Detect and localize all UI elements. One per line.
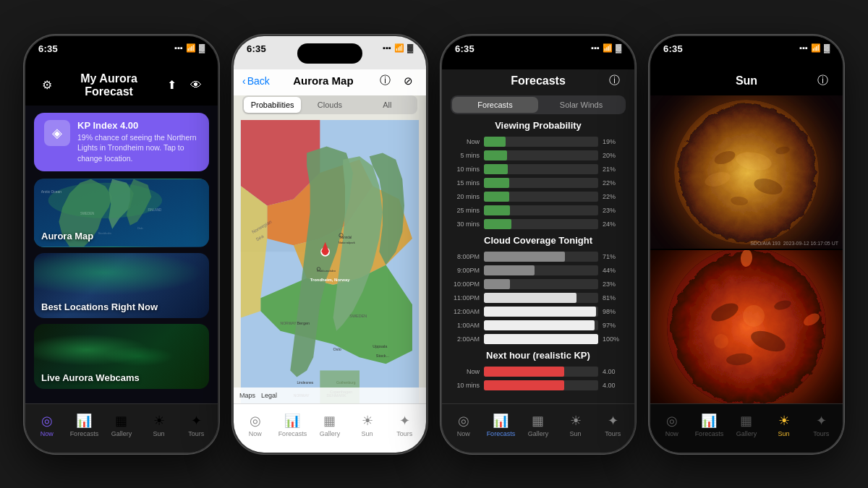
cc-row-6: 2:00AM 100%	[451, 334, 626, 344]
back-label: Back	[247, 75, 270, 87]
seg-clouds[interactable]: Clouds	[301, 97, 358, 113]
info-button-4[interactable]: ⓘ	[814, 72, 831, 90]
nav-forecasts-2[interactable]: 📊 Forecasts	[274, 413, 312, 437]
aurora-map-card[interactable]: Arctic Ocean FINLAND SWEDEN Oslo Stockho…	[34, 179, 209, 247]
kp-card[interactable]: ◈ KP Index 4.00 19% chance of seeing the…	[34, 113, 209, 171]
nav-now-2[interactable]: ◎ Now	[237, 413, 274, 437]
nav-now-3[interactable]: ◎ Now	[445, 413, 482, 437]
vp-row-4: 20 mins 22%	[451, 192, 626, 202]
nav-gallery-3[interactable]: ▦ Gallery	[519, 413, 557, 437]
share-icon[interactable]: ⬆	[161, 75, 182, 95]
seg-solar-winds[interactable]: Solar Winds	[538, 97, 624, 113]
nav-gallery-4[interactable]: ▦ Gallery	[728, 413, 765, 437]
svg-text:Uppsala: Uppsala	[373, 343, 388, 348]
signal-icon-4: ▪▪▪	[799, 43, 808, 52]
svg-text:FINLAND: FINLAND	[148, 208, 161, 212]
sun-icon-1: ☀	[151, 413, 167, 429]
info-button-3[interactable]: ⓘ	[605, 72, 623, 90]
vp-track-4	[484, 192, 598, 202]
svg-text:Nationalpark: Nationalpark	[339, 241, 356, 244]
aurora-map-view[interactable]: Trondheim, Norway Bergen Oslo Uppsala St…	[234, 120, 426, 403]
nav-tours-4[interactable]: ✦ Tours	[802, 413, 840, 437]
kp-val-1: 4.00	[603, 382, 626, 389]
vp-row-6: 30 mins 24%	[451, 219, 626, 229]
kp-label-1: 10 mins	[451, 382, 480, 389]
nav-sun-1[interactable]: ☀ Sun	[140, 413, 178, 437]
nav-gallery-label-4: Gallery	[736, 430, 757, 437]
nav-now-4[interactable]: ◎ Now	[653, 413, 691, 437]
nav-tours-2[interactable]: ✦ Tours	[386, 413, 423, 437]
battery-icon-2: ▓	[407, 43, 413, 52]
eye-icon[interactable]: 👁	[186, 75, 206, 95]
nav-gallery-2[interactable]: ▦ Gallery	[311, 413, 349, 437]
layers-button[interactable]: ⊘	[400, 72, 417, 90]
phone2-title: Aurora Map	[293, 74, 353, 87]
status-icons-3: ▪▪▪ 📶 ▓	[591, 43, 621, 53]
now-icon-1: ◎	[39, 413, 55, 429]
forecasts-icon-3: 📊	[493, 413, 509, 429]
cc-track-0	[484, 252, 598, 262]
phone-1: 6:35 ▪▪▪ 📶 ▓ ⚙ My Aurora Forecast ⬆ 👁 ◈ …	[24, 35, 219, 454]
cc-row-2: 10:00PM 23%	[451, 279, 626, 289]
vp-val-3: 22%	[603, 179, 626, 187]
kp-fill-0	[484, 367, 564, 377]
sun-icon-4: ☀	[776, 413, 792, 429]
nav-forecasts-1[interactable]: 📊 Forecasts	[66, 413, 103, 437]
kp-text-block: KP Index 4.00 19% chance of seeing the N…	[77, 120, 199, 164]
vp-track-0	[484, 137, 598, 147]
nav-tours-3[interactable]: ✦ Tours	[594, 413, 631, 437]
vp-fill-4	[484, 192, 509, 202]
settings-icon[interactable]: ⚙	[37, 75, 56, 95]
cc-label-3: 11:00PM	[451, 294, 480, 301]
nav-forecasts-3[interactable]: 📊 Forecasts	[482, 413, 520, 437]
svg-text:Stockholm: Stockholm	[98, 231, 112, 235]
map-legal: Legal	[261, 392, 277, 399]
cc-track-6	[484, 334, 598, 344]
signal-icon-2: ▪▪▪	[383, 43, 391, 52]
nav-sun-2[interactable]: ☀ Sun	[349, 413, 386, 437]
nav-tours-label-2: Tours	[396, 430, 412, 437]
svg-point-4	[48, 182, 162, 218]
vp-val-6: 24%	[603, 221, 626, 228]
info-button-2[interactable]: ⓘ	[377, 72, 394, 90]
nav-gallery-1[interactable]: ▦ Gallery	[103, 413, 140, 437]
nav-forecasts-label-1: Forecasts	[70, 430, 99, 437]
nav-gallery-label-1: Gallery	[111, 430, 132, 437]
nav-now-label-1: Now	[41, 430, 54, 437]
nav-sun-label-3: Sun	[570, 430, 582, 437]
vp-val-1: 20%	[603, 152, 626, 159]
cc-label-0: 8:00PM	[451, 253, 480, 260]
back-button[interactable]: ‹ Back	[242, 75, 270, 87]
svg-point-57	[714, 334, 728, 348]
nav-sun-label-2: Sun	[362, 430, 373, 437]
vp-val-5: 23%	[603, 207, 626, 214]
seg-all[interactable]: All	[359, 97, 416, 113]
nav-sun-3[interactable]: ☀ Sun	[557, 413, 595, 437]
nav-sun-4[interactable]: ☀ Sun	[765, 413, 803, 437]
bottom-nav-1: ◎ Now 📊 Forecasts ▦ Gallery ☀ Sun ✦ Tour…	[25, 403, 218, 453]
cc-row-4: 12:00AM 98%	[451, 307, 626, 317]
nav-now-1[interactable]: ◎ Now	[28, 413, 66, 437]
viewing-prob-title: Viewing Probability	[451, 120, 626, 131]
svg-text:SWEDEN: SWEDEN	[349, 314, 367, 318]
best-locations-card[interactable]: Best Locations Right Now	[34, 253, 209, 318]
phone-2: 6:35 ▪▪▪ 📶 ▓ ‹ Back Aurora Map ⓘ ⊘ Proba…	[232, 35, 427, 454]
battery-icon-4: ▓	[824, 43, 830, 52]
cc-fill-3	[484, 293, 576, 303]
status-time-3: 6:35	[455, 43, 475, 54]
nav-forecasts-4[interactable]: 📊 Forecasts	[691, 413, 728, 437]
sun-red-svg	[667, 250, 826, 403]
svg-text:Lindesnes: Lindesnes	[297, 380, 313, 384]
vp-label-2: 10 mins	[451, 166, 480, 173]
seg-forecasts[interactable]: Forecasts	[452, 97, 538, 113]
wifi-icon-4: 📶	[811, 43, 821, 53]
svg-point-56	[743, 305, 765, 327]
webcam-card[interactable]: Live Aurora Webcams	[34, 324, 209, 389]
bottom-nav-3: ◎ Now 📊 Forecasts ▦ Gallery ☀ Sun ✦ Tour…	[442, 403, 634, 453]
vp-track-1	[484, 150, 598, 160]
forecasts-icon-4: 📊	[701, 413, 717, 429]
phone1-title: My Aurora Forecast	[56, 72, 161, 98]
nav-now-label-4: Now	[665, 430, 678, 437]
nav-tours-1[interactable]: ✦ Tours	[177, 413, 215, 437]
seg-probabilities[interactable]: Probabilities	[244, 97, 301, 113]
